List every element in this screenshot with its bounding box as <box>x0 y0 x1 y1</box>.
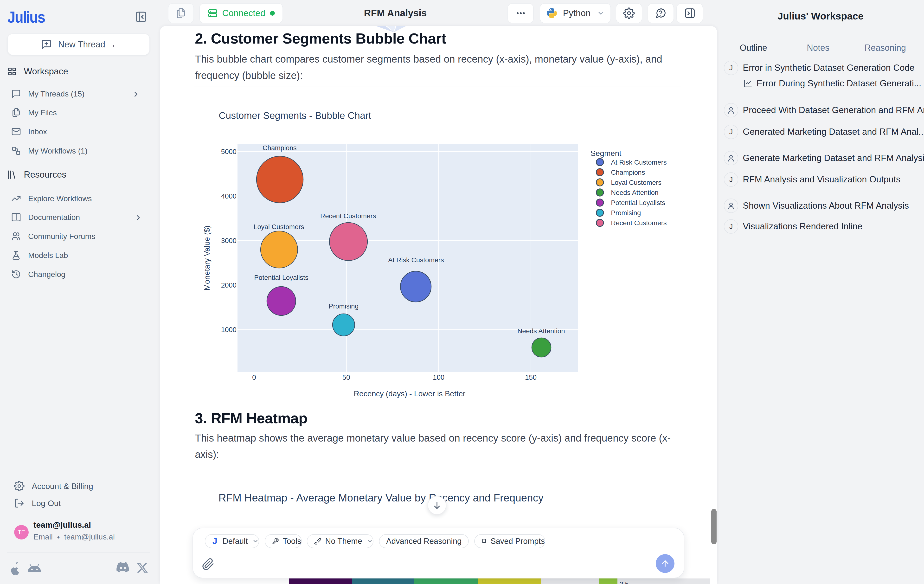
svg-text:Potential Loyalists: Potential Loyalists <box>611 199 665 206</box>
svg-text:Needs Attention: Needs Attention <box>517 327 565 335</box>
svg-text:Potential Loyalists: Potential Loyalists <box>254 274 309 281</box>
svg-text:Recency (days) - Lower is Bett: Recency (days) - Lower is Better <box>354 389 465 398</box>
svg-text:Recent Customers: Recent Customers <box>611 219 667 227</box>
svg-text:Loyal Customers: Loyal Customers <box>611 179 662 186</box>
svg-text:5000: 5000 <box>221 148 236 155</box>
svg-text:50: 50 <box>342 373 350 381</box>
svg-text:At Risk Customers: At Risk Customers <box>611 158 667 166</box>
svg-text:Needs Attention: Needs Attention <box>611 189 658 196</box>
svg-text:1000: 1000 <box>221 326 236 333</box>
svg-text:Segment: Segment <box>591 149 621 158</box>
svg-text:Monetary Value ($): Monetary Value ($) <box>203 226 211 290</box>
svg-text:At Risk Customers: At Risk Customers <box>388 256 444 264</box>
svg-text:Champions: Champions <box>611 169 645 176</box>
svg-text:150: 150 <box>525 373 536 381</box>
svg-text:Recent Customers: Recent Customers <box>320 212 376 220</box>
svg-text:Champions: Champions <box>262 144 297 152</box>
svg-text:2000: 2000 <box>221 281 236 289</box>
svg-text:3000: 3000 <box>221 237 236 244</box>
svg-text:0: 0 <box>252 373 256 381</box>
svg-text:Customer Segments - Bubble Cha: Customer Segments - Bubble Chart <box>219 110 371 121</box>
svg-text:Loyal Customers: Loyal Customers <box>254 223 304 231</box>
svg-text:100: 100 <box>433 373 444 381</box>
svg-text:Promising: Promising <box>329 302 358 310</box>
svg-text:4000: 4000 <box>221 192 236 200</box>
svg-text:Promising: Promising <box>611 209 641 216</box>
